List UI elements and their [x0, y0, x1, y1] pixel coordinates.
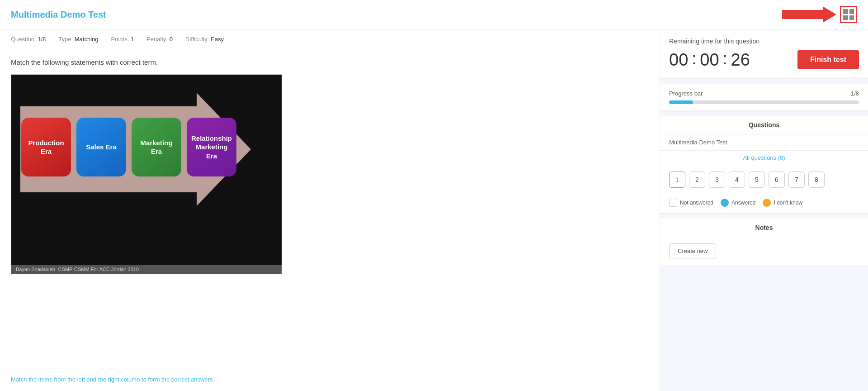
legend-dont-know-label: I don't know [774, 200, 802, 206]
timer-label: Remaining time for this question [669, 38, 859, 45]
era-box-production: Production Era [21, 118, 71, 176]
question-number-6[interactable]: 6 [769, 172, 785, 188]
question-number-7[interactable]: 7 [788, 172, 805, 188]
era-boxes-container: Production Era Sales Era Marketing Era R… [11, 75, 246, 219]
timer-seconds: 26 [731, 50, 750, 70]
main-layout: Question: 1/8 Type: Matching Points: 1 P… [0, 29, 868, 391]
legend-answered-label: Answered [731, 200, 755, 206]
arrow-grid-container [782, 5, 857, 24]
era-box-marketing: Marketing Era [132, 118, 181, 176]
era-box-sales: Sales Era [76, 118, 126, 176]
notes-panel: Notes Create new [660, 219, 868, 265]
all-questions-link[interactable]: All questions (8) [660, 151, 868, 165]
question-number-3[interactable]: 3 [709, 172, 725, 188]
question-type-label: Type: Matching [58, 36, 98, 43]
questions-panel-header: Questions [660, 116, 868, 134]
bottom-instruction: Match the items from the left and the ri… [0, 368, 660, 391]
legend-box-empty [669, 199, 677, 207]
test-name-label: Multimedia Demo Test [660, 134, 868, 151]
finish-test-button[interactable]: Finish test [797, 50, 859, 69]
grid-view-icon[interactable] [840, 6, 857, 23]
progress-track [669, 100, 859, 104]
legend-not-answered-label: Not answered [680, 200, 713, 206]
timer-display: 00 : 00 : 26 Finish test [669, 49, 859, 70]
era-box-relationship: Relationship Marketing Era [187, 118, 236, 176]
legend-answered: Answered [721, 199, 755, 207]
legend-dont-know: I don't know [763, 199, 802, 207]
legend-not-answered: Not answered [669, 199, 713, 207]
question-number-label: Question: 1/8 [11, 36, 46, 43]
arrow-icon [782, 5, 836, 24]
question-penalty-label: Penalty: 0 [146, 36, 173, 43]
question-number-5[interactable]: 5 [749, 172, 765, 188]
question-image: Production Era Sales Era Marketing Era R… [11, 74, 282, 274]
legend-dot-answered [721, 199, 729, 207]
progress-value: 1/8 [851, 90, 859, 97]
legend-dot-dont-know [763, 199, 771, 207]
timer-hours: 00 [669, 50, 688, 70]
image-caption: Bayan Shadaideh- CSMP-CSMM For ACC Jorda… [11, 265, 282, 274]
question-number-8[interactable]: 8 [808, 172, 825, 188]
header: Multimedia Demo Test [0, 0, 868, 29]
app-title: Multimedia Demo Test [11, 10, 106, 20]
legend: Not answered Answered I don't know [660, 194, 868, 213]
timer-section: Remaining time for this question 00 : 00… [660, 29, 868, 79]
timer-sep-2: : [723, 49, 727, 68]
timer-digits: 00 : 00 : 26 [669, 49, 750, 70]
progress-fill [669, 100, 693, 104]
content-area: Question: 1/8 Type: Matching Points: 1 P… [0, 29, 660, 391]
image-black-background: Production Era Sales Era Marketing Era R… [11, 75, 282, 265]
header-right [782, 5, 857, 24]
question-body: Match the following statements with corr… [0, 49, 660, 368]
timer-sep-1: : [692, 49, 696, 68]
question-difficulty-label: Difficulty: Easy [185, 36, 224, 43]
create-new-note-button[interactable]: Create new [669, 243, 716, 258]
question-number-1[interactable]: 1 [669, 172, 685, 188]
progress-label: Progress bar [669, 90, 703, 97]
question-numbers-grid: 1 2 3 4 5 6 7 8 [660, 165, 868, 194]
sidebar: Remaining time for this question 00 : 00… [660, 29, 868, 391]
timer-minutes: 00 [700, 50, 719, 70]
question-instruction: Match the following statements with corr… [11, 58, 649, 66]
question-meta-bar: Question: 1/8 Type: Matching Points: 1 P… [0, 29, 660, 49]
svg-marker-0 [782, 6, 836, 23]
question-number-2[interactable]: 2 [689, 172, 705, 188]
question-number-4[interactable]: 4 [729, 172, 745, 188]
notes-panel-header: Notes [660, 219, 868, 237]
progress-header: Progress bar 1/8 [669, 90, 859, 97]
progress-section: Progress bar 1/8 [660, 84, 868, 111]
question-points-label: Points: 1 [111, 36, 134, 43]
questions-panel: Questions Multimedia Demo Test All quest… [660, 116, 868, 214]
